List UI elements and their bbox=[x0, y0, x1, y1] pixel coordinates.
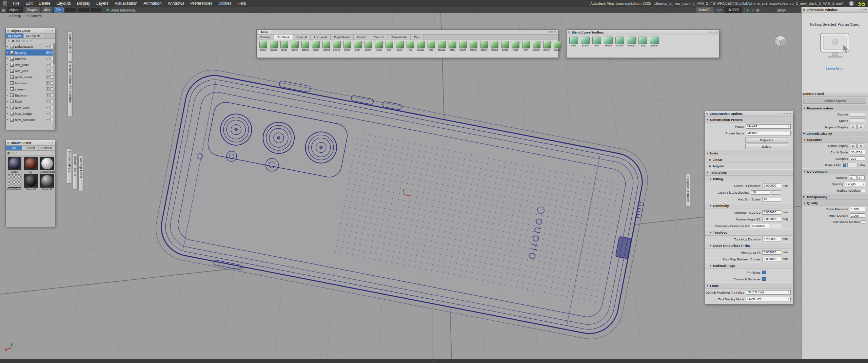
menu-icon[interactable]: ≡ bbox=[46, 141, 47, 144]
menu-icon[interactable]: ≡ bbox=[710, 31, 712, 34]
user-avatar[interactable] bbox=[849, 1, 854, 6]
show-button[interactable]: Show bbox=[777, 8, 786, 12]
option-input[interactable]: 0.050000 bbox=[762, 217, 781, 221]
toolbox-tab[interactable]: Surface bbox=[274, 35, 293, 40]
coord-y-field[interactable] bbox=[78, 8, 89, 12]
tool-button[interactable]: msurft bbox=[458, 41, 468, 51]
layer-swatch-icon[interactable] bbox=[10, 69, 14, 73]
tool-button[interactable]: attach bbox=[290, 41, 300, 51]
close-icon[interactable]: ✕ bbox=[554, 30, 556, 34]
magnet-snap-icon[interactable]: ⌁ bbox=[752, 8, 754, 12]
search-icon[interactable]: ⌕ bbox=[30, 39, 32, 43]
tool-button[interactable]: trim bbox=[521, 41, 531, 51]
number-u-field[interactable]: 5 bbox=[849, 175, 856, 180]
menu-item[interactable]: Utilities bbox=[215, 1, 235, 6]
menu-item[interactable]: Display bbox=[74, 1, 93, 6]
object-lister-tab[interactable]: By Layers bbox=[6, 34, 24, 38]
option-input[interactable]: 10 bbox=[751, 190, 770, 195]
blend-tool-button[interactable]: view bbox=[568, 37, 579, 47]
expand-arrow-icon[interactable]: ▸ bbox=[7, 106, 9, 109]
section-tolerances[interactable]: ▼ Tolerances bbox=[705, 169, 793, 176]
object-mode-dropdown[interactable]: object ▾ bbox=[7, 7, 23, 13]
menu-item[interactable]: Layers bbox=[93, 1, 112, 6]
degree-field[interactable] bbox=[850, 112, 865, 116]
tool-button[interactable]: srfill bbox=[426, 41, 436, 51]
comb-u-toggle[interactable]: U bbox=[850, 144, 856, 148]
expand-icon[interactable]: ▹ bbox=[786, 112, 788, 115]
blend-tool-button[interactable]: proj bbox=[637, 37, 648, 47]
collapsed-tab-construction-plane-editor[interactable]: Construction Plane Editor bbox=[67, 63, 73, 117]
tool-button[interactable]: assurf bbox=[479, 41, 489, 51]
option-input[interactable]: 0.001000 bbox=[762, 250, 781, 255]
grid-view-icon[interactable]: ▦ bbox=[7, 151, 10, 155]
shader-tile[interactable]: Shader#2 bbox=[23, 174, 38, 190]
section-fitting[interactable]: ▼ Fitting bbox=[705, 176, 793, 182]
tool-button[interactable]: flip&sd bbox=[437, 41, 447, 51]
section-rational-flags[interactable]: ▼ Rational Flags bbox=[705, 262, 793, 269]
layer-pick-badge[interactable]: P bbox=[46, 45, 50, 48]
tool-button[interactable]: planar bbox=[269, 41, 279, 51]
view-tab-persp[interactable]: ⊞ Persp bbox=[9, 14, 21, 18]
blend-tool-button[interactable]: planar bbox=[649, 37, 660, 47]
object-lister-titlebar[interactable]: ⊞ Object Lister ≡ ◃ ✕ bbox=[6, 28, 55, 34]
construction-preset-dropdown[interactable]: Main#2 ▾ bbox=[696, 7, 714, 13]
view-cube[interactable] bbox=[772, 32, 789, 50]
option-input[interactable]: 0.200000 bbox=[762, 237, 781, 241]
tool-button[interactable]: pbuild bbox=[552, 41, 563, 51]
layer-row[interactable]: ▸ housing P bbox=[6, 49, 55, 56]
layer-swatch-icon[interactable] bbox=[10, 106, 14, 109]
shader-lister-tab[interactable]: All bbox=[6, 146, 22, 150]
blend-tool-button[interactable]: detach bbox=[603, 37, 614, 47]
expand-arrow-icon[interactable]: ▸ bbox=[7, 88, 9, 90]
close-icon[interactable]: ✕ bbox=[51, 141, 54, 144]
view-tab-camera[interactable]: ⊞ Camera bbox=[26, 14, 42, 18]
option-extra-input[interactable] bbox=[771, 190, 781, 195]
tool-button[interactable]: align bbox=[353, 41, 363, 51]
columns-icon[interactable]: ◫ bbox=[550, 30, 553, 34]
checkbox-checked[interactable] bbox=[762, 277, 766, 281]
toolbox-tab[interactable]: Special bbox=[293, 35, 311, 40]
layer-row[interactable]: ▸ Backcam P bbox=[6, 92, 55, 98]
menu-item[interactable]: Edit bbox=[22, 1, 36, 6]
option-extra-input[interactable] bbox=[771, 224, 781, 228]
add-layer-icon[interactable]: ＋ bbox=[7, 39, 10, 43]
layer-pick-badge[interactable]: P bbox=[46, 87, 50, 91]
menu-item[interactable]: Animation bbox=[140, 1, 164, 6]
layer-swatch-icon[interactable] bbox=[10, 57, 14, 61]
layer-row[interactable]: ▸ logo_badge P bbox=[6, 110, 55, 116]
learn-more-link[interactable]: Learn More bbox=[826, 67, 843, 71]
tool-button[interactable]: revolv bbox=[374, 41, 384, 51]
mine-toolbox-panel[interactable]: Mine ≡ ◫ ✕ CurvesSurfaceSpecialLoc_evalD… bbox=[256, 29, 558, 58]
expand-arrow-icon[interactable]: ▸ bbox=[7, 69, 9, 72]
close-icon[interactable]: ✕ bbox=[864, 8, 867, 11]
isoparm-v-toggle[interactable]: V bbox=[857, 125, 864, 129]
section-units[interactable]: ▼ Units bbox=[705, 150, 793, 156]
coord-z-field[interactable] bbox=[91, 8, 101, 12]
object-lister-panel[interactable]: ⊞ Object Lister ≡ ◃ ✕ By LayersBy Object… bbox=[5, 28, 55, 129]
menu-icon[interactable]: ≡ bbox=[859, 8, 861, 11]
section-uv-curvature[interactable]: ▼ UV Curvature bbox=[802, 168, 868, 174]
expand-arrow-icon[interactable]: ▸ bbox=[7, 112, 9, 115]
comb-scale-field[interactable]: 33.4704 bbox=[850, 150, 865, 154]
text-display-dropdown[interactable]: Fixed Size bbox=[746, 297, 791, 301]
layer-pick-badge[interactable]: P bbox=[46, 106, 50, 109]
radius-min-field[interactable] bbox=[847, 163, 857, 167]
layer-pick-badge[interactable]: P bbox=[46, 81, 50, 85]
menu-item[interactable]: Layouts bbox=[54, 1, 74, 6]
option-input[interactable]: 15 bbox=[762, 197, 781, 201]
layer-pick-badge[interactable]: P bbox=[46, 112, 50, 115]
object-lister-tab[interactable]: By Objects bbox=[24, 34, 43, 38]
shader-tile[interactable]: DefaultShader#2 bbox=[40, 157, 55, 173]
toolbox-tab[interactable]: Dupl/Mirror bbox=[331, 35, 354, 40]
mine-toolbox-titlebar[interactable]: Mine ≡ ◫ ✕ bbox=[257, 30, 558, 35]
scrollbar[interactable] bbox=[53, 43, 55, 130]
layer-row[interactable]: ▸ Buttons P bbox=[6, 56, 55, 62]
abs-toggle[interactable]: Abs bbox=[42, 7, 52, 13]
tool-button[interactable]: profil bbox=[395, 41, 405, 51]
font-size-dropdown[interactable]: 10 (3.5 mm) bbox=[746, 290, 791, 295]
toolbox-title-tab[interactable]: Mine bbox=[258, 30, 271, 34]
layer-pick-badge[interactable]: P bbox=[46, 51, 50, 54]
expand-arrow-icon[interactable]: ▸ bbox=[7, 63, 9, 66]
palette-icon[interactable]: ▦ bbox=[2, 8, 5, 12]
menu-icon[interactable]: ≡ bbox=[46, 29, 47, 32]
